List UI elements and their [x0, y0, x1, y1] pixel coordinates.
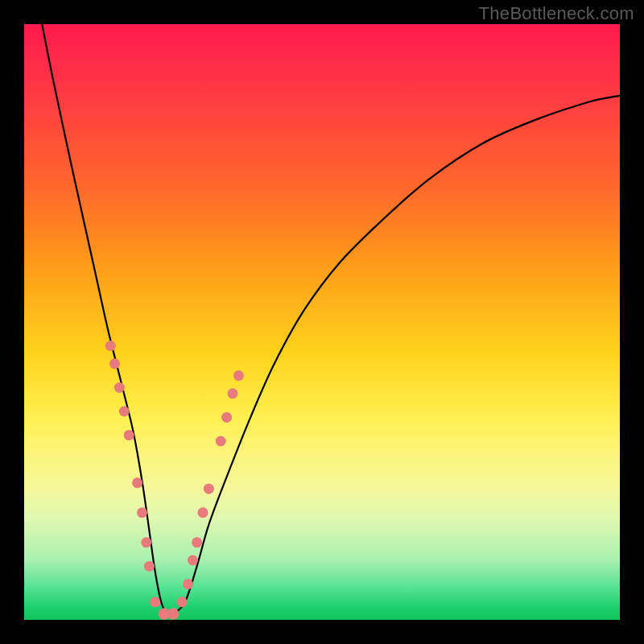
marker-dot [119, 406, 130, 416]
marker-dot [204, 484, 214, 494]
marker-dot [197, 507, 208, 518]
marker-dot [109, 358, 120, 369]
marker-dot [144, 561, 155, 572]
marker-dot [167, 608, 180, 620]
marker-dot [233, 370, 244, 381]
plot-area [24, 24, 620, 620]
marker-dot [137, 507, 147, 518]
marker-dot [227, 388, 237, 398]
marker-dot [105, 341, 116, 351]
marker-dot [177, 597, 188, 607]
marker-dot [150, 597, 160, 607]
marker-dot [141, 537, 151, 547]
marker-dot [114, 382, 125, 393]
marker-dot [188, 555, 198, 565]
marker-dot [183, 579, 193, 589]
bottleneck-curve [42, 24, 620, 615]
outer-frame: TheBottleneck.com [0, 0, 644, 644]
watermark-text: TheBottleneck.com [479, 3, 634, 24]
marker-dot [132, 477, 142, 488]
curve-markers [105, 341, 244, 620]
chart-svg [24, 24, 620, 620]
marker-dot [124, 430, 134, 440]
marker-dot [216, 436, 226, 446]
marker-dot [192, 537, 202, 547]
marker-dot [221, 412, 232, 423]
